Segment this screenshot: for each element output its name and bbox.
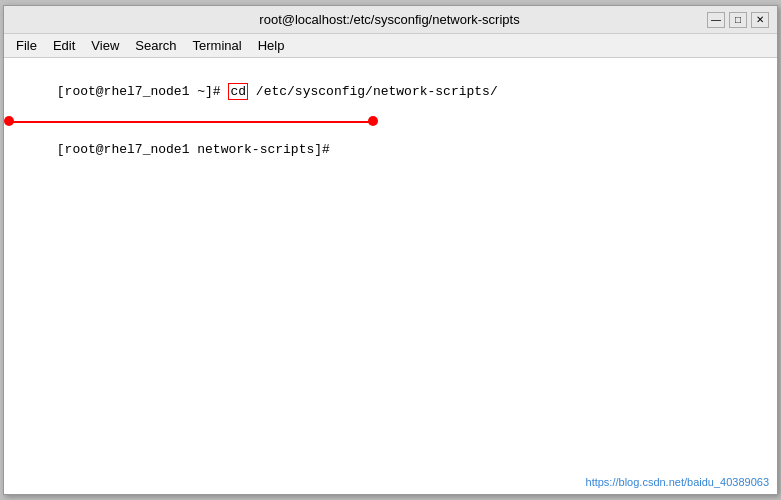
- terminal-command-cd: cd: [228, 83, 248, 100]
- maximize-button[interactable]: □: [729, 12, 747, 28]
- terminal-window: root@localhost:/etc/sysconfig/network-sc…: [3, 5, 778, 495]
- terminal-path: /etc/sysconfig/network-scripts/: [248, 84, 498, 99]
- menu-search[interactable]: Search: [127, 36, 184, 55]
- menu-edit[interactable]: Edit: [45, 36, 83, 55]
- menu-help[interactable]: Help: [250, 36, 293, 55]
- terminal-prompt-1: [root@rhel7_node1 ~]#: [57, 84, 229, 99]
- minimize-button[interactable]: —: [707, 12, 725, 28]
- menu-terminal[interactable]: Terminal: [185, 36, 250, 55]
- terminal-prompt-2: [root@rhel7_node1 network-scripts]#: [57, 142, 338, 157]
- menu-view[interactable]: View: [83, 36, 127, 55]
- window-title: root@localhost:/etc/sysconfig/network-sc…: [72, 12, 707, 27]
- terminal-line-1: [root@rhel7_node1 ~]# cd /etc/sysconfig/…: [10, 62, 771, 121]
- watermark: https://blog.csdn.net/baidu_40389063: [586, 476, 769, 488]
- menubar: File Edit View Search Terminal Help: [4, 34, 777, 58]
- close-button[interactable]: ✕: [751, 12, 769, 28]
- window-controls: — □ ✕: [707, 12, 769, 28]
- annotation-line: [6, 121, 376, 123]
- terminal-body[interactable]: [root@rhel7_node1 ~]# cd /etc/sysconfig/…: [4, 58, 777, 494]
- title-bar: root@localhost:/etc/sysconfig/network-sc…: [4, 6, 777, 34]
- terminal-line-2: [root@rhel7_node1 network-scripts]#: [10, 121, 771, 180]
- annotation-dot-right: [368, 116, 378, 126]
- menu-file[interactable]: File: [8, 36, 45, 55]
